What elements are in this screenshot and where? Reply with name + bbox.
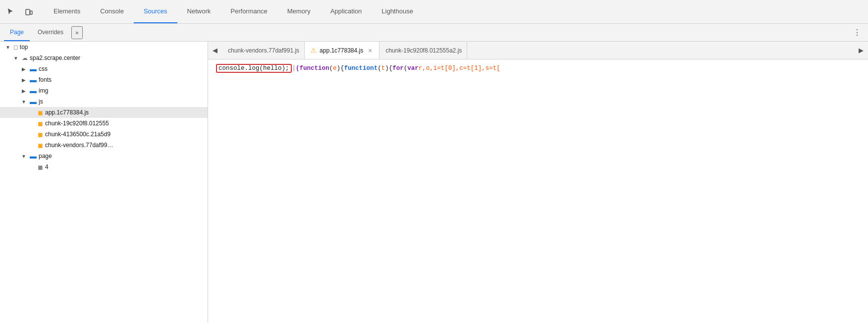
tab-close-app-js[interactable]: × xyxy=(366,47,374,54)
tree-label-fonts: fonts xyxy=(39,76,52,83)
code-editor[interactable]: console.log(hello); | (function ( e ){ f… xyxy=(208,59,868,323)
editor-tab-next[interactable]: ▶ xyxy=(854,44,868,57)
arrow-img: ▶ xyxy=(20,88,28,94)
code-keyword-function: (function xyxy=(296,65,329,72)
editor-tab-chunk-vendors[interactable]: chunk-vendors.77daf991.js xyxy=(222,42,305,59)
sub-tab-overrides[interactable]: Overrides xyxy=(32,24,69,41)
tree-item-top[interactable]: ▼ □ top xyxy=(0,42,208,53)
tree-label-app-js: app.1c778384.js xyxy=(45,109,89,116)
code-for: for xyxy=(392,65,404,72)
code-paren-open: ( xyxy=(329,65,333,72)
tree-item-chunk-413[interactable]: ▶ ◼ chunk-4136500c.21a5d9 xyxy=(0,129,208,140)
tab-elements[interactable]: Elements xyxy=(44,0,90,23)
code-cursor: | xyxy=(292,65,296,72)
editor-tabs: ◀ chunk-vendors.77daf991.js ⚠ app.1c7783… xyxy=(208,42,868,59)
tree-label-js: js xyxy=(39,98,43,105)
file-icon-chunk-413: ◼ xyxy=(38,131,43,138)
editor-tab-app-js[interactable]: ⚠ app.1c778384.js × xyxy=(305,42,380,59)
code-for-paren: ( xyxy=(404,65,408,72)
more-tabs-button[interactable]: » xyxy=(71,26,83,39)
arrow-js: ▼ xyxy=(20,99,28,105)
cloud-icon-spa2: ☁ xyxy=(22,54,28,61)
tree-item-page[interactable]: ▼ ▬ page xyxy=(0,151,208,162)
subtoolbar-menu-button[interactable]: ⋮ xyxy=(850,26,864,40)
tree-item-css[interactable]: ▶ ▬ css xyxy=(0,63,208,74)
code-param-t2: t xyxy=(381,65,385,72)
code-highlight-console-log: console.log(hello); xyxy=(216,64,292,73)
tree-label-chunk-19c: chunk-19c920f8.012555 xyxy=(45,120,109,127)
tab-network[interactable]: Network xyxy=(177,0,221,23)
code-brace-for: ){ xyxy=(385,65,392,72)
tree-label-4: 4 xyxy=(45,163,49,170)
arrow-spa2: ▼ xyxy=(12,55,20,61)
code-line-1: console.log(hello); | (function ( e ){ f… xyxy=(208,63,868,73)
nav-tabs: Elements Console Sources Network Perform… xyxy=(44,0,864,23)
file-tree-panel: ▼ □ top ▼ ☁ spa2.scrape.center ▶ ▬ css ▶… xyxy=(0,42,208,323)
svg-rect-1 xyxy=(30,11,32,14)
tab-application[interactable]: Application xyxy=(321,0,372,23)
tab-sources[interactable]: Sources xyxy=(134,0,177,23)
tree-item-img[interactable]: ▶ ▬ img xyxy=(0,85,208,96)
tab-memory[interactable]: Memory xyxy=(277,0,321,23)
sub-toolbar-menu: ⋮ xyxy=(850,26,864,40)
tab-performance[interactable]: Performance xyxy=(220,0,277,23)
tree-label-chunk-ven: chunk-vendors.77daf99… xyxy=(45,142,113,149)
file-icon-chunk-19c: ◼ xyxy=(38,120,43,127)
device-icon[interactable] xyxy=(22,5,36,19)
tree-label-page: page xyxy=(39,153,52,160)
code-paren-close-brace: ){ xyxy=(337,65,344,72)
code-param-e: e xyxy=(333,65,337,72)
tree-item-spa2[interactable]: ▼ ☁ spa2.scrape.center xyxy=(0,53,208,63)
folder-icon-fonts: ▬ xyxy=(30,76,37,84)
tree-label-spa2: spa2.scrape.center xyxy=(30,54,80,61)
code-keyword-function2: function xyxy=(344,65,374,72)
toolbar-icons xyxy=(4,5,36,19)
warning-icon-app-js: ⚠ xyxy=(311,47,317,54)
sub-tab-page[interactable]: Page xyxy=(4,24,30,41)
arrow-css: ▶ xyxy=(20,66,28,72)
code-func-t: t xyxy=(374,65,378,72)
tree-item-chunk-19c[interactable]: ▶ ◼ chunk-19c920f8.012555 xyxy=(0,118,208,129)
code-var: var xyxy=(407,65,419,72)
file-icon-4: ◼ xyxy=(38,163,43,171)
tree-item-chunk-ven[interactable]: ▶ ◼ chunk-vendors.77daf99… xyxy=(0,140,208,151)
folder-icon-img: ▬ xyxy=(30,87,37,95)
tree-label-chunk-413: chunk-4136500c.21a5d9 xyxy=(45,131,110,138)
tree-item-js[interactable]: ▼ ▬ js xyxy=(0,96,208,107)
arrow-page: ▼ xyxy=(20,154,28,159)
tree-item-4[interactable]: ▶ ◼ 4 xyxy=(0,162,208,172)
editor-tab-label-chunk-vendors: chunk-vendors.77daf991.js xyxy=(228,47,299,54)
arrow-top: ▼ xyxy=(4,45,12,50)
tree-label-top: top xyxy=(20,44,28,51)
editor-tab-prev[interactable]: ◀ xyxy=(208,44,222,57)
code-paren-t: ( xyxy=(378,65,381,72)
tree-item-fonts[interactable]: ▶ ▬ fonts xyxy=(0,74,208,85)
top-toolbar: Elements Console Sources Network Perform… xyxy=(0,0,868,24)
sub-toolbar: Page Overrides » ⋮ xyxy=(0,24,868,42)
folder-icon-js: ▬ xyxy=(30,98,37,106)
main-content: ▼ □ top ▼ ☁ spa2.scrape.center ▶ ▬ css ▶… xyxy=(0,42,868,323)
tab-console[interactable]: Console xyxy=(90,0,134,23)
tree-label-img: img xyxy=(39,87,48,94)
editor-tab-more: ▶ xyxy=(854,44,868,57)
editor-tab-chunk-19c[interactable]: chunk-19c920f8.012555a2.js xyxy=(380,42,467,59)
folder-icon-css: ▬ xyxy=(30,65,37,73)
tree-item-app-js[interactable]: ▶ ◼ app.1c778384.js xyxy=(0,107,208,118)
editor-tab-label-chunk-19c: chunk-19c920f8.012555a2.js xyxy=(385,47,462,54)
code-vars: r,o,i=t[0],c=t[1],s=t[ xyxy=(419,65,500,72)
editor-panel: ◀ chunk-vendors.77daf991.js ⚠ app.1c7783… xyxy=(208,42,868,323)
folder-icon-top: □ xyxy=(14,44,18,51)
file-icon-app-js: ◼ xyxy=(38,109,43,116)
cursor-icon[interactable] xyxy=(4,5,18,19)
folder-icon-page: ▬ xyxy=(30,152,37,160)
tree-label-css: css xyxy=(39,65,48,72)
arrow-fonts: ▶ xyxy=(20,77,28,83)
file-icon-chunk-ven: ◼ xyxy=(38,142,43,149)
svg-rect-0 xyxy=(26,9,30,15)
tab-lighthouse[interactable]: Lighthouse xyxy=(372,0,423,23)
editor-tab-label-app-js: app.1c778384.js xyxy=(320,47,363,54)
